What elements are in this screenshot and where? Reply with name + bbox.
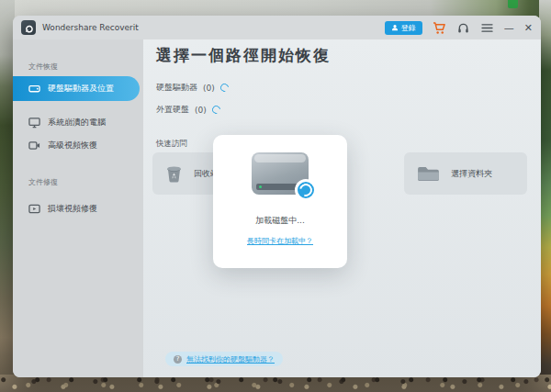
loading-disk-modal: 加載磁盤中... 長時間卡在加載中？ (213, 135, 347, 268)
cart-icon[interactable] (433, 21, 446, 35)
quick-access-label: 快速訪問 (156, 139, 187, 150)
hard-drive-illustration (252, 152, 309, 195)
row-count: (0) (195, 106, 207, 115)
sidebar-item-label: 硬盤驅動器及位置 (48, 83, 114, 95)
login-button[interactable]: 登錄 (385, 21, 422, 35)
drive-led-light (259, 185, 262, 188)
sidebar-section-file-recovery: 文件恢復 (28, 62, 58, 72)
titlebar-controls: 登錄 (385, 21, 533, 35)
sidebar-item-crashed-computer[interactable]: 系統崩潰的電腦 (13, 111, 143, 133)
recoverit-window: Wondershare Recoverit 登錄 (13, 16, 541, 377)
sidebar-section-file-repair: 文件修復 (28, 177, 58, 187)
crashed-computer-icon (28, 117, 40, 129)
external-drives-row: 外置硬盤 (0) (156, 104, 220, 116)
refresh-spinner-icon[interactable] (210, 104, 222, 116)
recoverit-logo-icon (21, 20, 36, 35)
stuck-loading-link[interactable]: 長時間卡在加載中？ (247, 236, 313, 246)
menu-icon[interactable] (480, 21, 494, 35)
support-headset-icon[interactable] (456, 21, 470, 35)
sidebar-item-hard-drives[interactable]: 硬盤驅動器及位置 (13, 76, 140, 101)
video-camera-icon (28, 140, 40, 151)
sidebar-item-advanced-video-recovery[interactable]: 高級視頻恢復 (13, 134, 143, 156)
loading-status-text: 加載磁盤中... (255, 215, 305, 227)
main-panel: 選擇一個路徑開始恢復 硬盤驅動器 (0) 外置硬盤 (0) 快速訪問 回收站 (143, 39, 541, 377)
video-repair-icon (28, 203, 40, 215)
sidebar-item-label: 系統崩潰的電腦 (48, 117, 106, 129)
sidebar-item-label: 損壞視頻修復 (48, 203, 97, 215)
card-label: 選擇資料夾 (451, 168, 492, 180)
sidebar: 文件恢復 硬盤驅動器及位置 系統崩潰的電腦 高級視頻恢復 文件修復 (13, 39, 143, 377)
desktop-icon (508, 0, 518, 8)
sidebar-item-video-repair[interactable]: 損壞視頻修復 (13, 197, 143, 219)
sidebar-item-label: 高級視頻恢復 (48, 140, 97, 151)
user-icon (391, 24, 399, 31)
row-count: (0) (203, 84, 215, 93)
footer-help-note: ? 無法找到你的硬盤驅動器？ (165, 352, 283, 366)
refresh-spinner-icon[interactable] (219, 82, 231, 94)
loading-badge-icon (295, 179, 317, 201)
select-folder-card[interactable]: 選擇資料夾 (404, 152, 527, 195)
close-button[interactable]: ✕ (524, 23, 533, 33)
titlebar[interactable]: Wondershare Recoverit 登錄 (13, 16, 541, 39)
row-label: 外置硬盤 (156, 104, 189, 116)
app-title: Wondershare Recoverit (42, 23, 139, 32)
hard-drives-row: 硬盤驅動器 (0) (156, 82, 229, 94)
login-label: 登錄 (401, 23, 416, 33)
cant-find-drive-link[interactable]: 無法找到你的硬盤驅動器？ (186, 354, 275, 364)
row-label: 硬盤驅動器 (156, 82, 197, 94)
hard-drive-icon (28, 83, 40, 95)
minimize-button[interactable]: — (504, 23, 514, 33)
recycle-bin-icon (165, 164, 183, 184)
folder-icon (417, 165, 440, 183)
question-icon: ? (174, 355, 182, 364)
page-title: 選擇一個路徑開始恢復 (156, 45, 331, 66)
drive-highlight (254, 154, 306, 162)
